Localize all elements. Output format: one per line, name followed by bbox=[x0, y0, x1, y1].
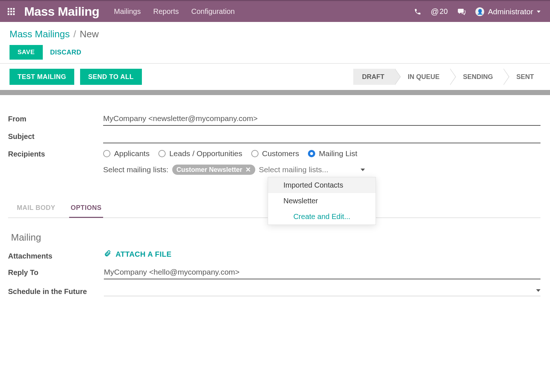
radio-mailing-list[interactable]: Mailing List bbox=[308, 149, 357, 158]
selected-tag: Customer Newsletter ✕ bbox=[172, 165, 255, 175]
subject-label: Subject bbox=[8, 130, 103, 141]
caret-down-icon bbox=[536, 289, 540, 292]
dropdown-caret-icon[interactable] bbox=[361, 169, 365, 171]
breadcrumb-sep: / bbox=[74, 29, 76, 40]
select-mailing-label: Select mailing lists: bbox=[103, 165, 169, 174]
mailing-list-input[interactable] bbox=[259, 165, 339, 174]
radio-applicants[interactable]: Applicants bbox=[103, 149, 150, 158]
send-to-all-button[interactable]: SEND TO ALL bbox=[80, 69, 142, 85]
avatar: 👤 bbox=[475, 7, 484, 16]
schedule-select[interactable] bbox=[104, 285, 540, 296]
app-brand[interactable]: Mass Mailing bbox=[24, 4, 99, 19]
discard-button[interactable]: DISCARD bbox=[50, 49, 82, 56]
from-label: From bbox=[8, 113, 103, 123]
top-navbar: Mass Mailing Mailings Reports Configurat… bbox=[0, 0, 550, 22]
status-sending[interactable]: SENDING bbox=[450, 69, 503, 85]
breadcrumb-parent[interactable]: Mass Mailings bbox=[10, 29, 70, 40]
dropdown-item-newsletter[interactable]: Newsletter bbox=[268, 193, 376, 209]
svg-rect-7 bbox=[10, 13, 12, 15]
section-title: Mailing bbox=[11, 232, 540, 243]
status-draft[interactable]: DRAFT bbox=[353, 69, 395, 85]
dropdown-item-imported[interactable]: Imported Contacts bbox=[268, 177, 376, 193]
reply-to-label: Reply To bbox=[8, 266, 104, 277]
test-mailing-button[interactable]: TEST MAILING bbox=[10, 69, 74, 85]
save-button[interactable]: SAVE bbox=[10, 45, 43, 60]
svg-rect-8 bbox=[13, 13, 15, 15]
radio-customers[interactable]: Customers bbox=[251, 149, 300, 158]
paperclip-icon bbox=[104, 250, 111, 259]
mailing-list-dropdown: Imported Contacts Newsletter Create and … bbox=[268, 177, 376, 225]
phone-icon[interactable] bbox=[414, 8, 421, 15]
attachments-label: Attachments bbox=[8, 250, 104, 260]
breadcrumb: Mass Mailings / New bbox=[10, 29, 540, 40]
svg-rect-6 bbox=[8, 13, 10, 15]
schedule-label: Schedule in the Future bbox=[8, 285, 104, 296]
caret-down-icon bbox=[537, 11, 540, 13]
svg-rect-1 bbox=[10, 8, 12, 10]
radio-leads[interactable]: Leads / Opportunities bbox=[158, 149, 242, 158]
tab-options[interactable]: OPTIONS bbox=[69, 201, 103, 218]
svg-rect-4 bbox=[10, 11, 12, 12]
user-menu[interactable]: 👤 Administrator bbox=[475, 7, 540, 16]
chat-icon[interactable] bbox=[457, 7, 466, 16]
svg-rect-2 bbox=[13, 8, 15, 10]
attach-file-button[interactable]: ATTACH A FILE bbox=[104, 250, 172, 259]
reply-to-input[interactable] bbox=[104, 266, 540, 279]
breadcrumb-current: New bbox=[80, 29, 99, 40]
status-in-queue[interactable]: IN QUEUE bbox=[395, 69, 450, 85]
mentions-badge[interactable]: @20 bbox=[431, 7, 448, 16]
user-name: Administrator bbox=[488, 7, 533, 16]
tab-mail-body[interactable]: MAIL BODY bbox=[15, 201, 57, 218]
svg-rect-0 bbox=[8, 8, 10, 10]
from-input[interactable] bbox=[103, 113, 540, 126]
svg-rect-3 bbox=[8, 11, 10, 12]
nav-reports[interactable]: Reports bbox=[153, 7, 179, 16]
nav-configuration[interactable]: Configuration bbox=[191, 7, 235, 16]
subject-input[interactable] bbox=[103, 130, 540, 143]
status-flow: DRAFT IN QUEUE SENDING SENT bbox=[353, 69, 540, 85]
tag-remove-icon[interactable]: ✕ bbox=[245, 166, 251, 174]
dropdown-create-edit[interactable]: Create and Edit... bbox=[268, 209, 376, 225]
nav-mailings[interactable]: Mailings bbox=[114, 7, 141, 16]
apps-icon[interactable] bbox=[7, 8, 15, 16]
recipients-label: Recipients bbox=[8, 148, 103, 158]
svg-rect-5 bbox=[13, 11, 15, 12]
